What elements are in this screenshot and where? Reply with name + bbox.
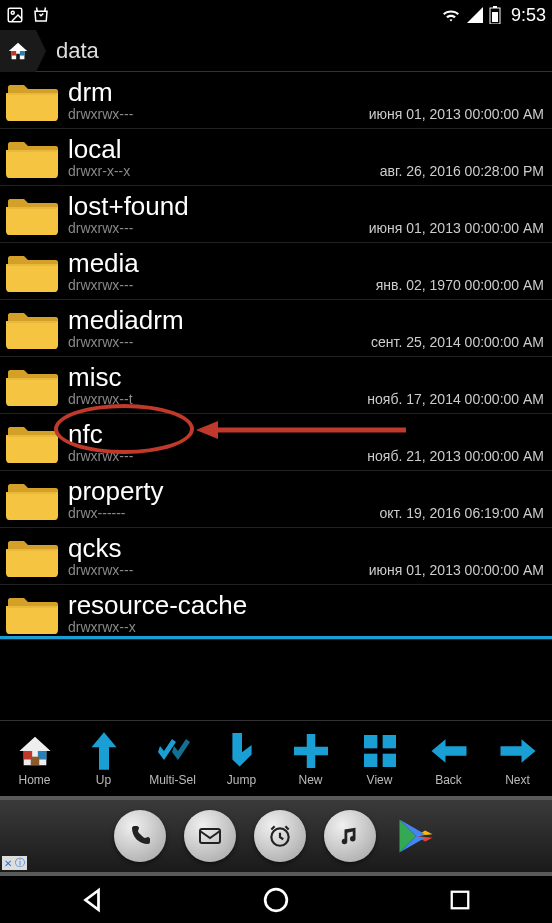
file-permissions: drwxrwx--t: [68, 391, 133, 407]
breadcrumb: data: [0, 30, 552, 72]
file-row[interactable]: lost+found drwxrwx--- июня 01, 2013 00:0…: [0, 186, 552, 243]
file-row[interactable]: nfc drwxrwx--- нояб. 21, 2013 00:00:00 A…: [0, 414, 552, 471]
nav-back-button[interactable]: [57, 880, 127, 920]
toolbar-label: Jump: [227, 773, 256, 787]
file-permissions: drwxrwx---: [68, 106, 133, 122]
svg-point-1: [11, 11, 14, 14]
file-name: misc: [68, 363, 544, 392]
file-name: mediadrm: [68, 306, 544, 335]
file-permissions: drwxr-x--x: [68, 163, 130, 179]
toolbar-label: New: [298, 773, 322, 787]
new-button[interactable]: New: [276, 721, 345, 796]
toolbar-label: Home: [18, 773, 50, 787]
next-arrow-icon: [500, 731, 536, 771]
folder-icon: [4, 304, 60, 352]
file-permissions: drwxrwx---: [68, 277, 133, 293]
multi-check-icon: [154, 731, 192, 771]
ad-banner[interactable]: ✕ ⓘ: [0, 796, 552, 876]
back-button[interactable]: Back: [414, 721, 483, 796]
file-date: нояб. 17, 2014 00:00:00 AM: [367, 391, 544, 407]
svg-rect-15: [382, 753, 395, 766]
signal-icon: [467, 7, 483, 23]
up-arrow-icon: [89, 731, 119, 771]
svg-rect-5: [12, 51, 17, 56]
home-icon: [18, 731, 52, 771]
svg-rect-4: [492, 12, 498, 22]
svg-rect-14: [364, 753, 377, 766]
file-date: авг. 26, 2016 00:28:00 PM: [380, 163, 544, 179]
back-arrow-icon: [431, 731, 467, 771]
scroll-indicator: [0, 636, 552, 639]
file-row[interactable]: property drwx------ окт. 19, 2016 06:19:…: [0, 471, 552, 528]
file-row[interactable]: local drwxr-x--x авг. 26, 2016 00:28:00 …: [0, 129, 552, 186]
home-button[interactable]: Home: [0, 721, 69, 796]
folder-icon: [4, 532, 60, 580]
file-name: nfc: [68, 420, 544, 449]
toolbar-label: View: [367, 773, 393, 787]
breadcrumb-home[interactable]: [0, 30, 36, 72]
file-permissions: drwx------: [68, 505, 126, 521]
file-row[interactable]: resource-cache drwxrwx--x: [0, 585, 552, 640]
view-button[interactable]: View: [345, 721, 414, 796]
folder-icon: [4, 133, 60, 181]
file-date: нояб. 21, 2013 00:00:00 AM: [367, 448, 544, 464]
svg-rect-19: [452, 891, 469, 908]
file-row[interactable]: media drwxrwx--- янв. 02, 1970 00:00:00 …: [0, 243, 552, 300]
svg-rect-6: [20, 51, 25, 56]
toolbar-label: Up: [96, 773, 111, 787]
svg-rect-11: [30, 756, 39, 765]
ad-music-icon: [324, 810, 376, 862]
up-button[interactable]: Up: [69, 721, 138, 796]
wifi-icon: [441, 7, 461, 23]
file-name: qcks: [68, 534, 544, 563]
nav-home-button[interactable]: [241, 880, 311, 920]
file-name: drm: [68, 78, 544, 107]
svg-rect-13: [382, 735, 395, 748]
jump-button[interactable]: Jump: [207, 721, 276, 796]
file-name: lost+found: [68, 192, 544, 221]
file-row[interactable]: misc drwxrwx--t нояб. 17, 2014 00:00:00 …: [0, 357, 552, 414]
file-row[interactable]: mediadrm drwxrwx--- сент. 25, 2014 00:00…: [0, 300, 552, 357]
file-name: property: [68, 477, 544, 506]
shop-icon: [32, 6, 50, 24]
toolbar-label: Back: [435, 773, 462, 787]
svg-point-18: [265, 889, 287, 911]
file-permissions: drwxrwx---: [68, 562, 133, 578]
android-nav-bar: [0, 876, 552, 923]
grid-icon: [364, 731, 396, 771]
file-date: янв. 02, 1970 00:00:00 AM: [376, 277, 544, 293]
status-bar: 9:53: [0, 0, 552, 30]
multi-select-button[interactable]: Multi-Sel: [138, 721, 207, 796]
file-list: drm drwxrwx--- июня 01, 2013 00:00:00 AM…: [0, 72, 552, 720]
file-date: июня 01, 2013 00:00:00 AM: [369, 106, 544, 122]
image-icon: [6, 6, 24, 24]
file-date: июня 01, 2013 00:00:00 AM: [369, 220, 544, 236]
ad-mail-icon: [184, 810, 236, 862]
toolbar-label: Multi-Sel: [149, 773, 196, 787]
ad-phone-icon: [114, 810, 166, 862]
file-name: resource-cache: [68, 591, 544, 620]
nav-recent-button[interactable]: [425, 880, 495, 920]
file-name: local: [68, 135, 544, 164]
ad-clock-icon: [254, 810, 306, 862]
file-permissions: drwxrwx---: [68, 448, 133, 464]
ad-badge[interactable]: ✕ ⓘ: [2, 856, 27, 870]
file-name: media: [68, 249, 544, 278]
file-permissions: drwxrwx--x: [68, 619, 136, 635]
folder-icon: [4, 190, 60, 238]
folder-icon: [4, 76, 60, 124]
toolbar-label: Next: [505, 773, 530, 787]
folder-icon: [4, 361, 60, 409]
file-row[interactable]: drm drwxrwx--- июня 01, 2013 00:00:00 AM: [0, 72, 552, 129]
svg-rect-12: [364, 735, 377, 748]
folder-icon: [4, 418, 60, 466]
svg-rect-16: [200, 829, 220, 843]
clock-time: 9:53: [511, 5, 546, 26]
toolbar: Home Up Multi-Sel Jump New View Back: [0, 720, 552, 796]
file-date: сент. 25, 2014 00:00:00 AM: [371, 334, 544, 350]
file-permissions: drwxrwx---: [68, 220, 133, 236]
file-permissions: drwxrwx---: [68, 334, 133, 350]
file-row[interactable]: qcks drwxrwx--- июня 01, 2013 00:00:00 A…: [0, 528, 552, 585]
next-button[interactable]: Next: [483, 721, 552, 796]
svg-rect-0: [8, 8, 22, 22]
